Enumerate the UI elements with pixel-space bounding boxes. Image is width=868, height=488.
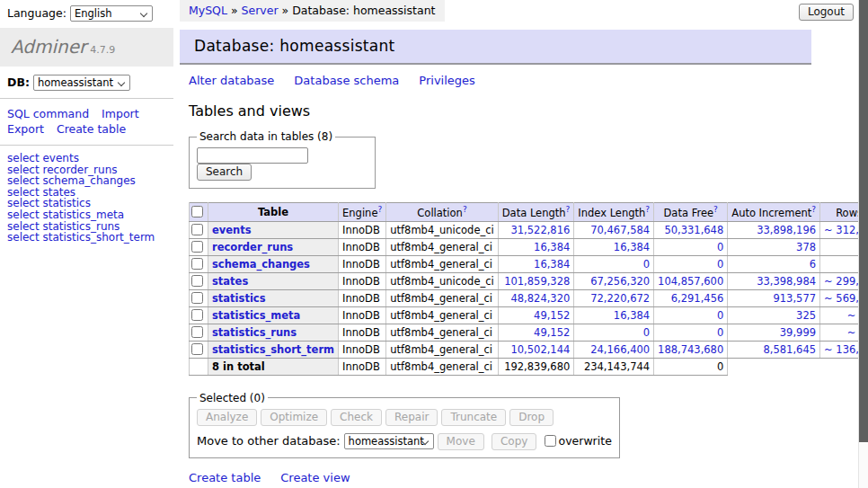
db-select[interactable]: homeassistant [33, 75, 130, 91]
analyze-button[interactable]: Analyze [197, 409, 257, 426]
data-length-link[interactable]: 16,384 [534, 241, 570, 253]
search-button[interactable]: Search [197, 164, 252, 181]
index-length-link[interactable]: 24,166,400 [590, 343, 650, 356]
drop-button[interactable]: Drop [509, 409, 554, 426]
auto-increment-link[interactable]: 378 [796, 241, 816, 253]
index-length-link[interactable]: 72,220,672 [590, 292, 650, 305]
adminer-logo-link[interactable]: Adminer [11, 36, 86, 58]
overwrite-checkbox[interactable] [545, 435, 556, 447]
move-button[interactable]: Move [438, 433, 484, 450]
table-link-states[interactable]: states [212, 275, 248, 288]
language-label: Language: [7, 6, 66, 20]
data-free-link[interactable]: 188,743,680 [658, 343, 723, 356]
check-button[interactable]: Check [331, 409, 382, 426]
row-checkbox[interactable] [191, 258, 203, 270]
help-link-data-free[interactable]: ? [713, 205, 718, 214]
logout-button[interactable]: Logout [799, 4, 854, 21]
table-link-statistics-runs[interactable]: statistics_runs [212, 326, 297, 339]
row-checkbox[interactable] [191, 309, 203, 321]
repair-button[interactable]: Repair [385, 409, 438, 426]
data-length-link[interactable]: 49,152 [534, 309, 570, 322]
link-import[interactable]: Import [102, 106, 139, 121]
database-action-links: Alter databaseDatabase schemaPrivileges [189, 74, 836, 87]
link-alter-database[interactable]: Alter database [189, 74, 274, 87]
table-row: statistics_metaInnoDButf8mb4_general_ci4… [190, 306, 868, 324]
table-link-statistics[interactable]: statistics [212, 292, 266, 305]
search-input[interactable] [197, 147, 308, 164]
auto-increment-link[interactable]: 33,398,984 [757, 275, 816, 288]
data-free-link[interactable]: 104,857,600 [658, 275, 723, 288]
table-link-recorder-runs[interactable]: recorder_runs [212, 241, 293, 253]
data-length-link[interactable]: 10,502,144 [510, 343, 570, 356]
link-select-statistics-meta[interactable]: select statistics_meta [7, 209, 166, 221]
breadcrumb-link-mysql[interactable]: MySQL [189, 4, 227, 17]
data-free-link[interactable]: 6,291,456 [671, 292, 724, 305]
row-checkbox[interactable] [191, 292, 203, 304]
data-length-link[interactable]: 31,522,816 [510, 224, 570, 236]
data-length-link[interactable]: 49,152 [534, 326, 570, 339]
table-link-schema-changes[interactable]: schema_changes [212, 258, 310, 271]
index-length-link[interactable]: 16,384 [614, 241, 650, 253]
auto-increment-link[interactable]: 913,577 [773, 292, 816, 305]
data-free-link[interactable]: 50,331,648 [664, 224, 723, 236]
language-select[interactable]: English [70, 5, 153, 22]
auto-increment-cell: 6 [728, 255, 820, 272]
data-length-cell: 31,522,816 [498, 221, 574, 238]
data-free-link[interactable]: 0 [717, 241, 723, 253]
index-length-link[interactable]: 67,256,320 [590, 275, 650, 288]
table-row: eventsInnoDButf8mb4_unicode_ci31,522,816… [190, 221, 868, 238]
data-free-link[interactable]: 0 [717, 258, 723, 271]
row-checkbox[interactable] [191, 275, 203, 287]
link-export[interactable]: Export [7, 121, 44, 137]
auto-increment-link[interactable]: 6 [810, 258, 816, 271]
index-length-link[interactable]: 16,384 [614, 309, 650, 322]
truncate-button[interactable]: Truncate [441, 409, 506, 426]
copy-button[interactable]: Copy [492, 433, 536, 450]
data-free-link[interactable]: 0 [717, 326, 723, 339]
link-select-statistics-short-term[interactable]: select statistics_short_term [7, 232, 166, 244]
move-db-select-value: homeassistant [349, 435, 424, 448]
data-length-cell: 49,152 [498, 324, 574, 341]
link-select-schema-changes[interactable]: select schema_changes [7, 175, 166, 187]
total-row: 8 in totalInnoDButf8mb4_general_ci192,83… [190, 358, 868, 375]
link-database-schema[interactable]: Database schema [294, 74, 399, 87]
index-length-link[interactable]: 0 [643, 326, 650, 339]
data-length-link[interactable]: 48,824,320 [510, 292, 570, 305]
auto-increment-link[interactable]: 325 [796, 309, 816, 322]
select-all-checkbox[interactable] [191, 206, 203, 217]
auto-increment-link[interactable]: 8,581,645 [764, 343, 817, 356]
data-free-link[interactable]: 0 [717, 309, 723, 322]
row-checkbox[interactable] [191, 326, 203, 338]
data-length-link[interactable]: 101,859,328 [504, 275, 570, 288]
help-link-engine[interactable]: ? [377, 205, 382, 214]
engine-cell: InnoDB [339, 255, 386, 272]
auto-increment-link[interactable]: 33,898,196 [757, 224, 816, 236]
row-select-cell [190, 289, 208, 306]
vertical-scrollbar[interactable] [858, 0, 868, 488]
row-checkbox[interactable] [191, 241, 203, 253]
link-create-table[interactable]: Create table [57, 121, 126, 137]
breadcrumb-link-server[interactable]: Server [242, 4, 279, 17]
scrollbar-thumb[interactable] [859, 0, 868, 442]
table-link-statistics-short-term[interactable]: statistics_short_term [212, 343, 334, 356]
link-create-view[interactable]: Create view [280, 471, 350, 484]
table-link-statistics-meta[interactable]: statistics_meta [212, 309, 300, 322]
link-select-events[interactable]: select events [7, 153, 166, 164]
row-checkbox[interactable] [191, 343, 203, 355]
help-link-data-length[interactable]: ? [566, 205, 571, 214]
link-sql-command[interactable]: SQL command [7, 106, 89, 121]
index-length-link[interactable]: 70,467,584 [590, 224, 650, 236]
auto-increment-link[interactable]: 39,999 [780, 326, 816, 339]
help-link-index-length[interactable]: ? [645, 205, 650, 214]
help-link-auto-increment[interactable]: ? [811, 205, 816, 214]
link-privileges[interactable]: Privileges [419, 74, 475, 87]
row-checkbox[interactable] [191, 224, 203, 235]
table-link-events[interactable]: events [212, 224, 252, 236]
link-create-table[interactable]: Create table [189, 471, 261, 484]
data-length-link[interactable]: 16,384 [534, 258, 570, 271]
index-length-link[interactable]: 0 [643, 258, 650, 271]
help-link-collation[interactable]: ? [463, 205, 467, 214]
optimize-button[interactable]: Optimize [261, 409, 327, 426]
move-db-select[interactable]: homeassistant [344, 433, 434, 449]
table-name-cell: events [208, 221, 339, 238]
